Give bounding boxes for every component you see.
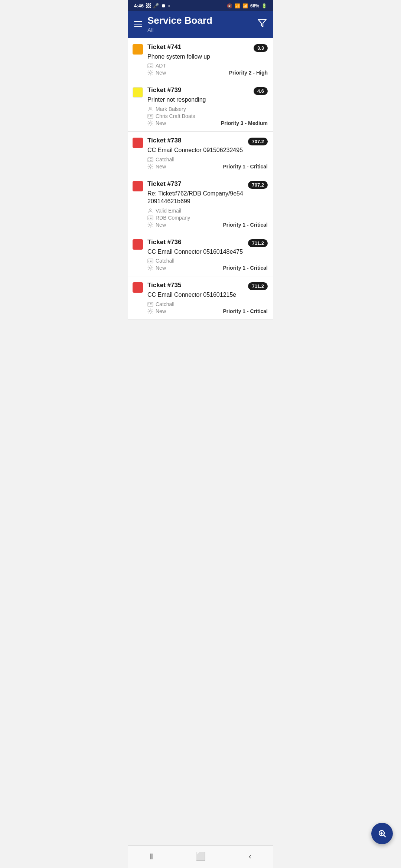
status-icon-wrap	[147, 222, 153, 228]
status-icon-wrap	[147, 70, 153, 76]
svg-rect-41	[151, 261, 152, 262]
ticket-priority-label: Priority 1 - Critical	[223, 308, 268, 314]
building-icon	[147, 302, 153, 307]
svg-rect-7	[151, 66, 152, 67]
ticket-status-row: New Priority 2 - High	[147, 70, 268, 76]
ticket-priority-flag	[133, 181, 143, 191]
svg-rect-45	[150, 303, 151, 304]
ticket-item[interactable]: Ticket #737 707.2 Re: Ticket#762/RDB Com…	[128, 175, 273, 233]
battery-icon: 🔋	[261, 3, 267, 9]
ticket-header-row: Ticket #737 707.2	[147, 180, 268, 189]
svg-rect-35	[148, 259, 153, 263]
ticket-contact: Mark Balsery	[156, 106, 186, 112]
ticket-company-row: Catchall	[147, 157, 268, 162]
hamburger-line-2	[134, 24, 142, 24]
ticket-content: Ticket #738 707.2 CC Email Connector 091…	[147, 137, 268, 170]
svg-rect-44	[149, 303, 149, 304]
svg-rect-37	[150, 260, 151, 260]
status-icon-wrap	[147, 308, 153, 314]
ticket-list: Ticket #741 3.3 Phone system follow up A…	[128, 38, 273, 320]
svg-rect-33	[151, 218, 152, 219]
svg-rect-27	[148, 216, 153, 220]
person-icon	[147, 106, 153, 112]
ticket-number: Ticket #735	[147, 282, 181, 289]
ticket-status-row: New Priority 1 - Critical	[147, 222, 268, 228]
building-icon-wrap	[147, 301, 153, 307]
svg-point-25	[150, 165, 151, 167]
svg-point-9	[150, 107, 151, 109]
building-icon	[147, 114, 153, 119]
ticket-meta: Mark Balsery Chris Craft Boats New Prior…	[147, 106, 268, 126]
gear-icon	[147, 70, 153, 76]
ticket-number: Ticket #738	[147, 137, 181, 144]
ticket-description: CC Email Connector 05160148e475	[147, 248, 268, 256]
ticket-item[interactable]: Ticket #736 711.2 CC Email Connector 051…	[128, 233, 273, 277]
svg-point-26	[150, 208, 151, 210]
ticket-priority-flag	[133, 239, 143, 250]
ticket-status: New	[156, 265, 166, 271]
hamburger-line-1	[134, 21, 142, 22]
status-bar: 4:46 🖼 🎤 ⏺ • 🔇 📶 📶 66% 🔋	[128, 0, 273, 11]
gear-icon	[147, 164, 153, 170]
filter-button[interactable]	[257, 18, 267, 30]
ticket-company-row: RDB Company	[147, 215, 268, 221]
svg-rect-32	[150, 218, 151, 219]
battery-text: 66%	[250, 3, 259, 9]
ticket-item[interactable]: Ticket #738 707.2 CC Email Connector 091…	[128, 132, 273, 175]
photo-icon: 🖼	[146, 3, 151, 9]
svg-rect-24	[151, 160, 152, 161]
ticket-age-badge: 707.2	[248, 181, 268, 189]
ticket-contact-row: Mark Balsery	[147, 106, 268, 112]
building-icon	[147, 157, 153, 162]
ticket-content: Ticket #737 707.2 Re: Ticket#762/RDB Com…	[147, 180, 268, 228]
ticket-item[interactable]: Ticket #739 4.6 Printer not responding M…	[128, 81, 273, 132]
ticket-priority-label: Priority 1 - Critical	[223, 222, 268, 228]
ticket-item[interactable]: Ticket #735 711.2 CC Email Connector 051…	[128, 276, 273, 320]
ticket-priority-flag	[133, 282, 143, 293]
building-icon-wrap	[147, 113, 153, 119]
ticket-company-row: Chris Craft Boats	[147, 113, 268, 119]
ticket-company: ADT	[156, 63, 166, 69]
building-icon-wrap	[147, 258, 153, 264]
gear-icon	[147, 222, 153, 228]
svg-rect-28	[149, 217, 149, 217]
svg-rect-6	[150, 66, 151, 67]
status-icon-wrap	[147, 120, 153, 126]
svg-rect-38	[151, 260, 152, 260]
ticket-priority-label: Priority 1 - Critical	[223, 164, 268, 170]
ticket-age-badge: 4.6	[254, 87, 268, 95]
svg-rect-30	[151, 217, 152, 217]
ticket-priority-flag	[133, 44, 143, 55]
svg-rect-5	[149, 66, 149, 67]
ticket-description: CC Email Connector 091506232495	[147, 147, 268, 154]
ticket-age-badge: 707.2	[248, 138, 268, 145]
ticket-description: Printer not responding	[147, 96, 268, 104]
ticket-status-row: New Priority 1 - Critical	[147, 308, 268, 314]
mic-icon: 🎤	[153, 3, 159, 9]
gear-icon	[147, 120, 153, 126]
svg-rect-31	[149, 218, 149, 219]
building-icon-wrap	[147, 63, 153, 69]
status-bar-left: 4:46 🖼 🎤 ⏺ •	[134, 3, 170, 9]
gear-icon	[147, 265, 153, 271]
ticket-status: New	[156, 308, 166, 314]
svg-rect-36	[149, 260, 149, 260]
ticket-company-row: Catchall	[147, 301, 268, 307]
ticket-company: Catchall	[156, 301, 175, 307]
svg-rect-13	[151, 115, 152, 116]
svg-point-34	[150, 224, 151, 226]
ticket-meta: ADT New Priority 2 - High	[147, 63, 268, 76]
menu-button[interactable]	[134, 21, 142, 27]
ticket-description: CC Email Connector 051601215e	[147, 291, 268, 299]
ticket-header-row: Ticket #741 3.3	[147, 43, 268, 52]
building-icon-wrap	[147, 157, 153, 162]
svg-rect-15	[150, 116, 151, 117]
ticket-company: RDB Company	[156, 215, 190, 221]
signal-icon: 📶	[242, 3, 248, 9]
svg-rect-14	[149, 116, 149, 117]
svg-marker-0	[258, 19, 266, 27]
svg-rect-18	[148, 158, 153, 162]
ticket-item[interactable]: Ticket #741 3.3 Phone system follow up A…	[128, 38, 273, 82]
ticket-company: Chris Craft Boats	[156, 113, 195, 119]
app-header: Service Board All	[128, 11, 273, 38]
